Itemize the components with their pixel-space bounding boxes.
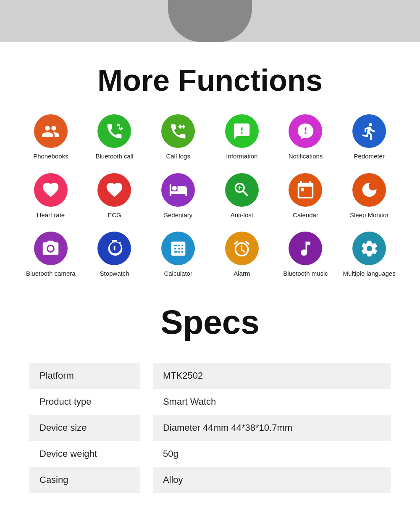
function-item-bluetooth-camera: Bluetooth camera: [21, 232, 81, 278]
function-item-sleep-monitor: Sleep Monitor: [339, 173, 399, 219]
information-icon-bg: [225, 114, 259, 148]
call-logs-label: Call logs: [166, 152, 190, 161]
calendar-label: Calendar: [293, 211, 318, 219]
call-logs-icon-bg: [161, 114, 195, 148]
bluetooth-call-label: Bluetooth call: [95, 152, 133, 161]
bluetooth-camera-icon-bg: [34, 232, 68, 265]
sleep-monitor-label: Sleep Monitor: [350, 211, 389, 219]
pedometer-icon-bg: [352, 114, 386, 148]
bluetooth-camera-label: Bluetooth camera: [26, 269, 76, 278]
specs-title: Specs: [0, 303, 420, 342]
bluetooth-call-icon: [105, 122, 124, 141]
bluetooth-call-icon-bg: [97, 114, 131, 148]
information-icon: [232, 122, 251, 141]
function-item-bluetooth-music: Bluetooth music: [276, 232, 336, 278]
alarm-label: Alarm: [234, 269, 250, 278]
function-item-alarm: Alarm: [212, 232, 272, 278]
function-item-pedometer: Pedometer: [339, 114, 399, 161]
ecg-icon-bg: [97, 173, 131, 207]
specs-label-device-weight: Device weight: [29, 441, 147, 467]
specs-row-device-weight: Device weight 50g: [29, 441, 391, 467]
heart-rate-icon-bg: [34, 173, 68, 207]
phonebooks-icon-bg: [34, 114, 68, 148]
alarm-icon-bg: [225, 232, 259, 265]
function-item-bluetooth-call: Bluetooth call: [85, 114, 144, 161]
sedentary-icon-bg: [161, 173, 195, 207]
pedometer-label: Pedometer: [354, 152, 384, 161]
multiple-languages-icon: [360, 239, 379, 258]
specs-row-product-type: Product type Smart Watch: [29, 389, 391, 415]
function-item-information: Information: [212, 114, 272, 161]
anti-lost-label: Anti-lost: [231, 211, 253, 219]
ecg-icon: [105, 180, 124, 199]
functions-grid: Phonebooks Bluetooth call Call logs Info…: [0, 114, 420, 278]
anti-lost-icon: [232, 180, 251, 199]
function-item-call-logs: Call logs: [148, 114, 208, 161]
phonebooks-label: Phonebooks: [33, 152, 68, 161]
calculator-icon-bg: [161, 232, 195, 265]
heart-rate-icon: [41, 180, 60, 199]
function-item-stopwatch: Stopwatch: [85, 232, 144, 278]
multiple-languages-label: Multiple languages: [343, 269, 396, 278]
ecg-label: ECG: [108, 211, 121, 219]
function-item-calendar: Calendar: [276, 173, 336, 219]
calendar-icon-bg: [289, 173, 322, 207]
function-item-multiple-languages: Multiple languages: [339, 232, 399, 278]
sleep-monitor-icon-bg: [352, 173, 386, 207]
top-bar-shape: [168, 0, 252, 42]
specs-row-device-size: Device size Diameter 44mm 44*38*10.7mm: [29, 415, 391, 441]
bluetooth-music-icon: [296, 239, 315, 258]
sleep-monitor-icon: [360, 180, 379, 199]
bluetooth-music-icon-bg: [289, 232, 322, 265]
specs-value-device-size: Diameter 44mm 44*38*10.7mm: [147, 415, 391, 441]
calculator-label: Calculator: [164, 269, 192, 278]
function-item-phonebooks: Phonebooks: [21, 114, 81, 161]
multiple-languages-icon-bg: [352, 232, 386, 265]
phonebooks-icon: [41, 122, 60, 141]
stopwatch-icon: [105, 239, 124, 258]
function-item-anti-lost: Anti-lost: [212, 173, 272, 219]
call-logs-icon: [169, 122, 188, 141]
specs-label-device-size: Device size: [29, 415, 147, 441]
stopwatch-label: Stopwatch: [100, 269, 129, 278]
function-item-sedentary: Sedentary: [148, 173, 208, 219]
bluetooth-music-label: Bluetooth music: [283, 269, 328, 278]
top-decorative-bar: [0, 0, 420, 42]
alarm-icon: [232, 239, 251, 258]
function-item-calculator: Calculator: [148, 232, 208, 278]
bluetooth-camera-icon: [41, 239, 60, 258]
sedentary-label: Sedentary: [164, 211, 192, 219]
sedentary-icon: [169, 180, 188, 199]
specs-value-product-type: Smart Watch: [147, 389, 391, 415]
calendar-icon: [296, 180, 315, 199]
notifications-icon-bg: [289, 114, 322, 148]
specs-row-casing: Casing Alloy: [29, 467, 391, 493]
information-label: Information: [226, 152, 257, 161]
calculator-icon: [169, 239, 188, 258]
notifications-label: Notifications: [289, 152, 323, 161]
pedometer-icon: [360, 122, 379, 141]
heart-rate-label: Heart rate: [37, 211, 65, 219]
specs-label-product-type: Product type: [29, 389, 147, 415]
function-item-heart-rate: Heart rate: [21, 173, 81, 219]
more-functions-title: More Functions: [0, 63, 420, 98]
function-item-ecg: ECG: [85, 173, 144, 219]
specs-value-casing: Alloy: [147, 467, 391, 493]
specs-value-platform: MTK2502: [147, 363, 391, 389]
specs-label-casing: Casing: [29, 467, 147, 493]
anti-lost-icon-bg: [225, 173, 259, 207]
function-item-notifications: Notifications: [276, 114, 336, 161]
notifications-icon: [296, 122, 315, 141]
stopwatch-icon-bg: [97, 232, 131, 265]
specs-label-platform: Platform: [29, 363, 147, 389]
specs-table: Platform MTK2502 Product type Smart Watc…: [29, 363, 391, 493]
specs-value-device-weight: 50g: [147, 441, 391, 467]
specs-row-platform: Platform MTK2502: [29, 363, 391, 389]
